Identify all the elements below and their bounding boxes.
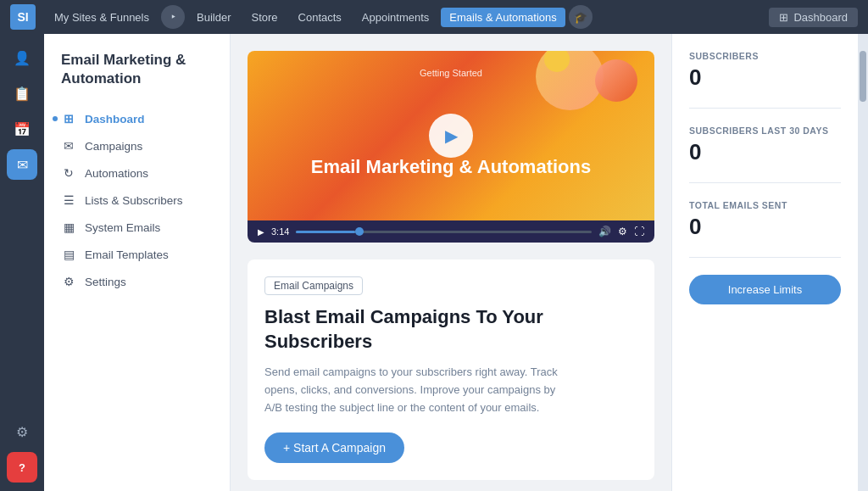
calendar-rail-icon[interactable]: 📅 <box>7 114 37 144</box>
sidebar-campaigns-label: Campaigns <box>85 140 142 153</box>
video-progress-bar[interactable] <box>296 231 592 233</box>
sidebar-item-email-templates[interactable]: ▤ Email Templates <box>44 241 230 268</box>
total-emails-label: TOTAL EMAILS SENT <box>689 200 841 210</box>
nav-academy-icon[interactable]: 🎓 <box>569 5 593 29</box>
campaigns-icon: ✉ <box>61 139 76 153</box>
stat-divider-3 <box>689 257 841 258</box>
sidebar-item-system-emails[interactable]: ▦ System Emails <box>44 214 230 241</box>
scrollbar-thumb[interactable] <box>860 51 866 102</box>
subscribers-stat: SUBSCRIBERS 0 <box>689 51 841 91</box>
sidebar-automations-label: Automations <box>85 167 148 180</box>
settings-rail-icon[interactable]: ⚙ <box>7 416 37 447</box>
campaign-badge: Email Campaigns <box>264 276 363 295</box>
system-emails-icon: ▦ <box>61 220 76 234</box>
sidebar-item-settings[interactable]: ⚙ Settings <box>44 268 230 295</box>
dashboard-label: Dashboard <box>793 11 848 24</box>
lists-icon: ☰ <box>61 193 76 207</box>
sidebar-title: Email Marketing & Automation <box>44 51 230 105</box>
logo: SI <box>10 4 36 30</box>
subscribers-30-value: 0 <box>689 139 841 165</box>
list-rail-icon[interactable]: 📋 <box>7 78 37 109</box>
dashboard-grid-icon: ⊞ <box>779 11 788 24</box>
campaign-card: Email Campaigns Blast Email Campaigns To… <box>248 259 654 480</box>
sidebar-item-campaigns[interactable]: ✉ Campaigns <box>44 132 230 159</box>
people-rail-icon[interactable]: 👤 <box>7 42 37 73</box>
video-player[interactable]: Getting Started Email Marketing & Automa… <box>248 51 654 220</box>
sidebar-item-dashboard[interactable]: ⊞ Dashboard <box>44 105 230 132</box>
video-progress-dot <box>355 227 364 236</box>
content-area: Getting Started Email Marketing & Automa… <box>231 34 671 491</box>
sidebar-settings-label: Settings <box>85 276 126 288</box>
video-big-title: Email Marketing & Automations <box>248 156 654 178</box>
total-emails-value: 0 <box>689 214 841 240</box>
volume-icon[interactable]: 🔊 <box>598 226 611 237</box>
subscribers-label: SUBSCRIBERS <box>689 51 841 61</box>
video-progress-fill <box>296 231 355 233</box>
campaign-title: Blast Email Campaigns To Your Subscriber… <box>264 305 637 354</box>
nav-emails-automations[interactable]: Emails & Automations <box>441 8 565 27</box>
sidebar-dashboard-label: Dashboard <box>85 113 145 126</box>
nav-store[interactable]: Store <box>242 8 286 27</box>
video-getting-started: Getting Started <box>420 68 482 78</box>
dashboard-button[interactable]: ⊞ Dashboard <box>769 8 858 27</box>
sidebar-item-automations[interactable]: ↻ Automations <box>44 159 230 187</box>
video-controls[interactable]: ▶ 3:14 🔊 ⚙ ⛶ <box>248 220 654 243</box>
email-templates-icon: ▤ <box>61 248 76 261</box>
nav-appointments[interactable]: Appointments <box>353 8 438 27</box>
nav-builder[interactable]: Builder <box>188 8 239 27</box>
settings-icon: ⚙ <box>61 275 76 288</box>
icon-rail: 👤 📋 📅 ✉ ⚙ ? <box>0 34 44 491</box>
stat-divider-2 <box>689 182 841 183</box>
video-section: Getting Started Email Marketing & Automa… <box>248 51 654 243</box>
active-indicator <box>53 116 58 121</box>
sidebar-item-lists-subscribers[interactable]: ☰ Lists & Subscribers <box>44 187 230 214</box>
automations-icon: ↻ <box>61 166 76 180</box>
campaign-card-content: Email Campaigns Blast Email Campaigns To… <box>248 259 654 480</box>
scrollbar[interactable] <box>858 34 868 491</box>
start-campaign-button[interactable]: + Start A Campaign <box>264 432 404 463</box>
subscribers-30-label: SUBSCRIBERS LAST 30 DAYS <box>689 126 841 136</box>
subscribers-30-stat: SUBSCRIBERS LAST 30 DAYS 0 <box>689 126 841 165</box>
play-control-icon[interactable]: ▶ <box>258 227 264 237</box>
email-rail-icon[interactable]: ✉ <box>7 149 37 180</box>
help-rail-icon[interactable]: ? <box>7 452 37 483</box>
nav-contacts[interactable]: Contacts <box>290 8 350 27</box>
video-play-button[interactable]: ▶ <box>429 114 473 158</box>
total-emails-stat: TOTAL EMAILS SENT 0 <box>689 200 841 240</box>
main-layout: 👤 📋 📅 ✉ ⚙ ? Email Marketing & Automation… <box>0 34 868 491</box>
increase-limits-button[interactable]: Increase Limits <box>689 275 841 304</box>
dashboard-icon: ⊞ <box>61 112 76 126</box>
campaign-description: Send email campaigns to your subscribers… <box>264 364 570 416</box>
sidebar-email-templates-label: Email Templates <box>85 248 169 261</box>
stats-panel: SUBSCRIBERS 0 SUBSCRIBERS LAST 30 DAYS 0… <box>671 34 858 491</box>
settings-video-icon[interactable]: ⚙ <box>618 226 627 237</box>
sidebar-system-emails-label: System Emails <box>85 221 160 234</box>
subscribers-value: 0 <box>689 64 841 91</box>
stat-divider-1 <box>689 108 841 109</box>
sidebar: Email Marketing & Automation ⊞ Dashboard… <box>44 34 231 491</box>
top-nav: SI My Sites & Funnels ‣ Builder Store Co… <box>0 0 868 34</box>
nav-my-sites[interactable]: My Sites & Funnels <box>46 8 158 27</box>
sidebar-lists-label: Lists & Subscribers <box>85 194 183 207</box>
fullscreen-icon[interactable]: ⛶ <box>634 226 644 237</box>
nav-my-sites-icon[interactable]: ‣ <box>161 5 185 29</box>
video-time: 3:14 <box>271 226 289 237</box>
